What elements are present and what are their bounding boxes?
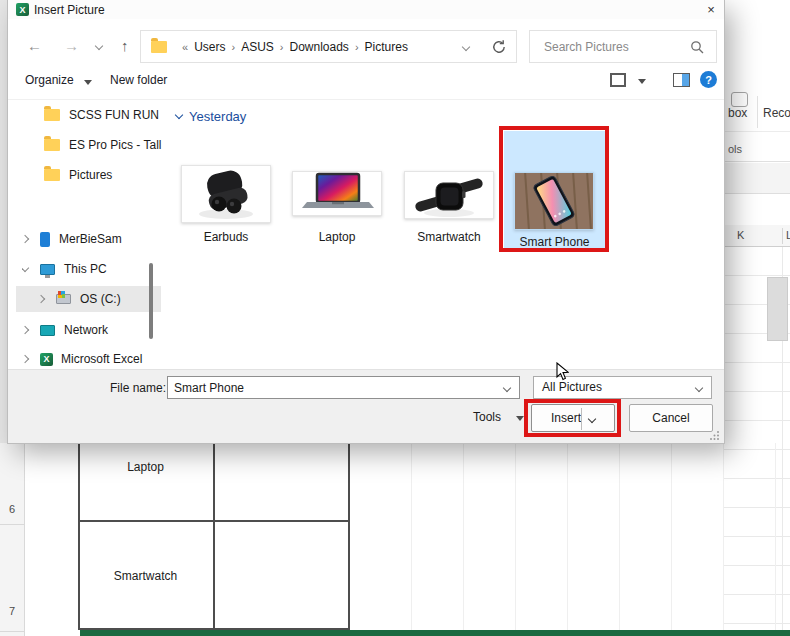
breadcrumb-users[interactable]: Users: [194, 40, 225, 54]
file-name-combo[interactable]: [167, 376, 520, 399]
breadcrumb-downloads[interactable]: Downloads: [290, 40, 349, 54]
cell-smartwatch[interactable]: Smartwatch: [78, 569, 213, 583]
organize-caret-icon[interactable]: [84, 80, 92, 85]
new-folder-button[interactable]: New folder: [110, 73, 167, 87]
search-icon[interactable]: [690, 40, 704, 58]
table-border: [213, 443, 215, 630]
network-icon: [40, 325, 55, 336]
expand-chevron-icon[interactable]: [22, 326, 29, 334]
dialog-title: Insert Picture: [34, 3, 105, 17]
cancel-button[interactable]: Cancel: [629, 404, 713, 432]
ribbon-separator: [724, 131, 790, 132]
sidebar-item-merbiesam[interactable]: MerBieSam: [22, 228, 162, 250]
sidebar-item-network[interactable]: Network: [22, 319, 162, 341]
mouse-cursor: [556, 362, 569, 385]
expand-chevron-icon[interactable]: [38, 295, 45, 303]
help-icon[interactable]: ?: [700, 71, 717, 88]
file-label-smartwatch[interactable]: Smartwatch: [399, 230, 499, 244]
row-headers[interactable]: 6 7: [0, 443, 25, 636]
sidebar-item-microsoft-excel[interactable]: X Microsoft Excel: [22, 348, 162, 370]
screenshot-root: box Reco ols K L 6 7 Laptop Smartwatch X…: [0, 0, 790, 636]
annotation-box-insert: [524, 399, 621, 437]
row-header-7[interactable]: 7: [0, 605, 24, 617]
ribbon-fragment-reco: Reco: [763, 106, 790, 120]
group-header-yesterday[interactable]: Yesterday: [176, 109, 246, 124]
ribbon-group-label: ols: [728, 143, 742, 155]
collapse-chevron-icon[interactable]: [22, 263, 29, 271]
recent-locations-chevron-icon[interactable]: [95, 42, 103, 50]
annotation-box-smart-phone: [499, 126, 609, 252]
file-label-earbuds[interactable]: Earbuds: [176, 230, 276, 244]
breadcrumb-overflow[interactable]: «: [182, 41, 188, 53]
resize-grip-icon[interactable]: [709, 427, 720, 445]
formula-bar-fragment[interactable]: [724, 163, 790, 194]
view-mode-icon[interactable]: [610, 73, 626, 87]
folder-icon: [44, 139, 60, 151]
tools-caret-icon[interactable]: [516, 416, 524, 421]
search-box[interactable]: [529, 30, 717, 63]
expand-chevron-icon[interactable]: [22, 235, 29, 243]
row-header-6[interactable]: 6: [0, 503, 24, 515]
column-header-l[interactable]: L: [786, 229, 790, 241]
column-header-k[interactable]: K: [737, 229, 744, 241]
sidebar-scrollbar[interactable]: [149, 263, 153, 339]
excel-vertical-scrollbar[interactable]: [767, 277, 788, 341]
ribbon-group-divider: [757, 96, 758, 128]
file-thumbnail-earbuds[interactable]: [181, 165, 271, 223]
excel-logo-icon: X: [16, 3, 29, 16]
ribbon-button-icon[interactable]: [731, 92, 748, 107]
excel-window-edge: [0, 0, 8, 443]
close-button[interactable]: ×: [698, 0, 724, 19]
folder-icon: [44, 109, 60, 121]
folder-icon: [44, 169, 60, 181]
sidebar-item-scss-fun-run[interactable]: SCSS FUN RUN: [44, 104, 162, 126]
dialog-titlebar[interactable]: X Insert Picture ×: [8, 0, 724, 19]
file-name-input[interactable]: [168, 377, 493, 398]
file-label-laptop[interactable]: Laptop: [287, 230, 387, 244]
file-thumbnail-smartwatch[interactable]: [404, 171, 494, 219]
column-headers[interactable]: K L: [724, 225, 790, 247]
phone-device-icon: [40, 232, 50, 247]
tools-button[interactable]: Tools: [473, 410, 501, 424]
forward-button[interactable]: →: [64, 37, 79, 54]
breadcrumb-pictures[interactable]: Pictures: [365, 40, 408, 54]
file-thumbnail-laptop[interactable]: [292, 171, 382, 216]
insert-picture-dialog: X Insert Picture × ← → ↑ « Users › ASUS …: [8, 0, 724, 443]
this-pc-icon: [40, 264, 55, 275]
view-mode-caret-icon[interactable]: [638, 79, 646, 84]
combo-chevron-icon[interactable]: [503, 384, 511, 392]
sidebar-item-es-pro-pics[interactable]: ES Pro Pics - Tall: [44, 134, 162, 156]
ribbon-fragment-box: box: [728, 106, 747, 120]
gridlines: [360, 443, 790, 630]
search-input[interactable]: [530, 31, 680, 62]
close-icon: ×: [707, 2, 715, 17]
organize-button[interactable]: Organize: [25, 73, 74, 87]
os-drive-icon: [56, 294, 71, 304]
refresh-icon[interactable]: [491, 39, 507, 59]
table-border: [78, 520, 350, 522]
sidebar-item-this-pc[interactable]: This PC: [22, 258, 162, 280]
folder-icon: [151, 41, 167, 53]
breadcrumb-asus[interactable]: ASUS: [241, 40, 274, 54]
file-name-label: File name:: [110, 381, 166, 395]
up-button[interactable]: ↑: [121, 37, 129, 54]
back-button[interactable]: ←: [27, 37, 42, 54]
preview-pane-icon[interactable]: [673, 73, 690, 87]
cell-laptop[interactable]: Laptop: [78, 460, 213, 474]
excel-icon: X: [40, 353, 53, 366]
table-border: [348, 443, 350, 630]
bottom-green-bar: [80, 630, 790, 636]
ribbon-bottom-border: [724, 161, 790, 162]
group-collapse-chevron-icon[interactable]: [175, 111, 183, 119]
expand-chevron-icon[interactable]: [22, 355, 29, 363]
sidebar-item-os-c[interactable]: OS (C:): [38, 288, 162, 310]
sidebar-item-pictures[interactable]: Pictures: [44, 164, 162, 186]
column-divider: [782, 228, 783, 244]
address-bar[interactable]: « Users › ASUS › Downloads › Pictures: [140, 30, 517, 63]
